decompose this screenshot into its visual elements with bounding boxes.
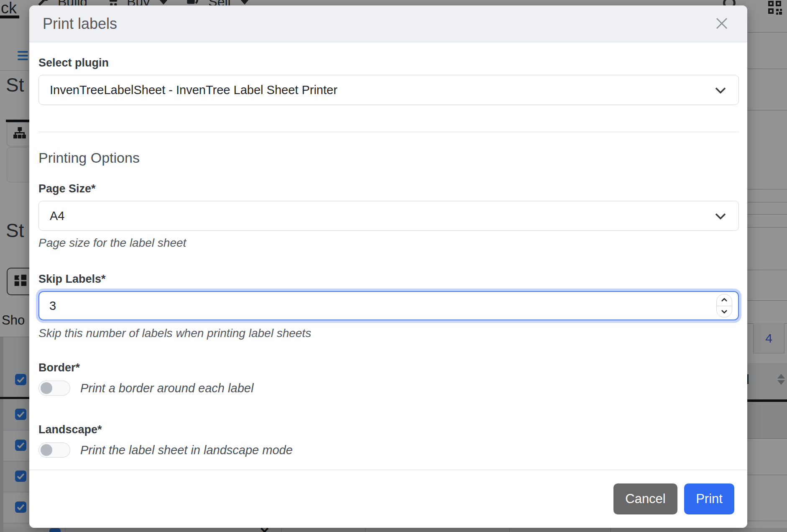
plugin-select-value: InvenTreeLabelSheet - InvenTree Label Sh… [50, 83, 337, 97]
chevron-down-icon [715, 209, 726, 223]
modal-body: Select plugin InvenTreeLabelSheet - Inve… [29, 42, 747, 470]
landscape-label: Landscape* [38, 422, 739, 437]
modal-footer: Cancel Print [29, 470, 747, 528]
stepper-down-icon[interactable] [717, 306, 732, 317]
landscape-help: Print the label sheet in landscape mode [80, 443, 293, 457]
page-size-select-value: A4 [50, 209, 64, 223]
section-divider [38, 132, 739, 132]
printing-options-heading: Printing Options [38, 149, 739, 166]
skip-labels-help: Skip this number of labels when printing… [38, 326, 739, 340]
number-stepper[interactable] [716, 294, 732, 317]
toggle-knob [41, 444, 52, 456]
border-help: Print a border around each label [80, 381, 253, 395]
page-size-help: Page size for the label sheet [38, 236, 739, 250]
print-labels-modal: Print labels Select plugin InvenTreeLabe… [29, 5, 747, 528]
skip-labels-label: Skip Labels* [38, 272, 739, 286]
modal-header: Print labels [29, 5, 747, 42]
select-plugin-label: Select plugin [38, 56, 739, 70]
border-label: Border* [38, 361, 739, 375]
page-size-label: Page Size* [38, 182, 739, 196]
chevron-down-icon [715, 83, 726, 97]
close-button[interactable] [714, 16, 730, 32]
print-button[interactable]: Print [684, 483, 734, 514]
page-size-select[interactable]: A4 [38, 201, 739, 231]
modal-title: Print labels [43, 15, 117, 33]
cancel-button[interactable]: Cancel [613, 483, 677, 514]
toggle-knob [41, 382, 52, 394]
stepper-up-icon[interactable] [717, 294, 732, 306]
landscape-toggle[interactable] [38, 442, 70, 458]
plugin-select[interactable]: InvenTreeLabelSheet - InvenTree Label Sh… [38, 75, 739, 105]
close-icon [714, 26, 729, 32]
skip-labels-input[interactable] [38, 291, 739, 320]
border-toggle[interactable] [38, 381, 70, 396]
